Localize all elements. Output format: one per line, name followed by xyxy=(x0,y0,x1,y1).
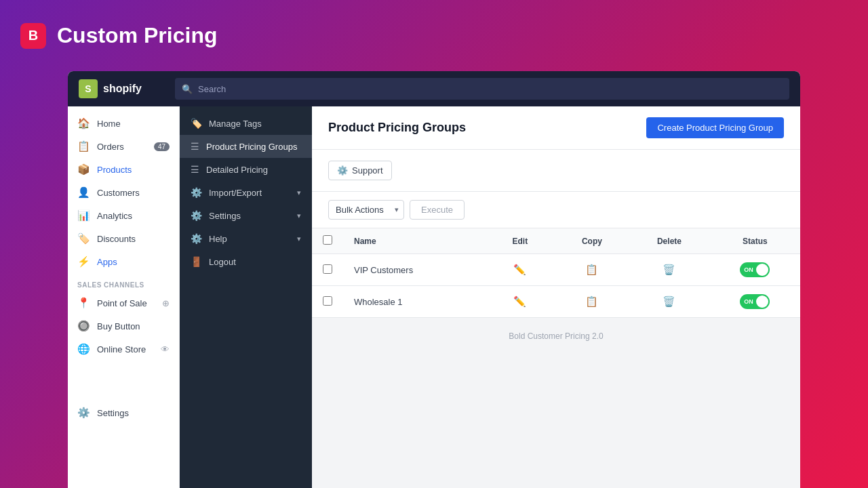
discounts-icon: 🏷️ xyxy=(77,232,90,245)
buy-button-icon: 🔘 xyxy=(77,320,90,332)
sidebar-item-pos[interactable]: 📍 Point of Sale ⊕ xyxy=(68,291,179,314)
dropdown-label-detailed-pricing: Detailed Pricing xyxy=(206,165,268,175)
dropdown-item-import-export[interactable]: ⚙️ Import/Export ▾ xyxy=(180,181,312,204)
sidebar-label-online-store: Online Store xyxy=(97,344,146,354)
settings-chevron: ▾ xyxy=(297,211,301,220)
toggle-knob-1 xyxy=(756,264,768,276)
sidebar-item-analytics[interactable]: 📊 Analytics xyxy=(68,204,179,227)
shopify-logo-icon: S xyxy=(79,79,98,98)
dropdown-menu: 🏷️ Manage Tags ☰ Product Pricing Groups … xyxy=(180,106,312,488)
main-container: S shopify 🔍 Search 🏠 Home 📋 Orders 47 📦 … xyxy=(68,71,800,488)
import-export-chevron: ▾ xyxy=(297,188,301,197)
select-all-checkbox[interactable] xyxy=(323,235,332,245)
dropdown-settings-icon: ⚙️ xyxy=(191,210,202,221)
shopify-bar: S shopify 🔍 Search xyxy=(68,71,800,106)
main-content: Product Pricing Groups Create Product Pr… xyxy=(312,106,800,488)
toggle-label-2: ON xyxy=(744,298,753,305)
copy-button-2[interactable]: 📋 xyxy=(583,293,601,310)
toggle-knob-2 xyxy=(756,296,768,308)
header-name: Name xyxy=(343,228,485,254)
dropdown-label-manage-tags: Manage Tags xyxy=(209,119,262,129)
products-icon: 📦 xyxy=(77,163,90,176)
logo-symbol: B xyxy=(28,28,38,43)
dropdown-item-help[interactable]: ⚙️ Help ▾ xyxy=(180,227,312,250)
orders-icon: 📋 xyxy=(77,140,90,152)
dropdown-item-product-pricing-groups[interactable]: ☰ Product Pricing Groups xyxy=(180,135,312,158)
bulk-actions-select[interactable]: Bulk Actions xyxy=(328,200,404,220)
search-placeholder: Search xyxy=(198,84,226,94)
table-row: VIP Customers ✏️ 📋 🗑️ xyxy=(312,254,800,286)
orders-badge: 47 xyxy=(154,142,170,151)
dropdown-item-detailed-pricing[interactable]: ☰ Detailed Pricing xyxy=(180,158,312,181)
online-store-icon: 🌐 xyxy=(77,343,90,355)
sidebar-item-products[interactable]: 📦 Products xyxy=(68,158,179,181)
row-checkbox-1[interactable] xyxy=(323,264,332,274)
row-edit-1: ✏️ xyxy=(485,254,555,286)
row-copy-2: 📋 xyxy=(555,286,629,318)
row-name-2: Wholesale 1 xyxy=(343,286,485,318)
sidebar-label-discounts: Discounts xyxy=(97,234,136,244)
sidebar: 🏠 Home 📋 Orders 47 📦 Products 👤 Customer… xyxy=(68,106,180,488)
sidebar-label-products: Products xyxy=(97,165,132,175)
row-delete-1: 🗑️ xyxy=(629,254,709,286)
status-toggle-1[interactable]: ON xyxy=(740,262,770,277)
edit-button-1[interactable]: ✏️ xyxy=(511,261,529,279)
sidebar-item-orders[interactable]: 📋 Orders 47 xyxy=(68,135,179,158)
table-header-row: Name Edit Copy Delete xyxy=(312,228,800,254)
toggle-label-1: ON xyxy=(744,266,753,273)
apps-icon: ⚡ xyxy=(77,256,90,268)
footer-text: Bold Customer Pricing 2.0 xyxy=(312,318,800,354)
row-name-1: VIP Customers xyxy=(343,254,485,286)
dropdown-item-settings[interactable]: ⚙️ Settings ▾ xyxy=(180,204,312,227)
dropdown-label-ppg: Product Pricing Groups xyxy=(206,142,297,152)
ppg-icon: ☰ xyxy=(191,141,199,152)
dropdown-item-logout[interactable]: 🚪 Logout xyxy=(180,250,312,273)
shopify-logo: S shopify xyxy=(79,79,167,98)
table-row: Wholesale 1 ✏️ 📋 🗑️ xyxy=(312,286,800,318)
copy-button-1[interactable]: 📋 xyxy=(583,261,601,279)
support-button[interactable]: ⚙️ Support xyxy=(328,161,392,180)
search-bar[interactable]: 🔍 Search xyxy=(175,78,789,100)
status-toggle-2[interactable]: ON xyxy=(740,294,770,309)
panel-title: Product Pricing Groups xyxy=(328,121,466,135)
sidebar-label-analytics: Analytics xyxy=(97,211,132,221)
sidebar-item-apps[interactable]: ⚡ Apps xyxy=(68,250,179,273)
sidebar-label-home: Home xyxy=(97,119,121,129)
customers-icon: 👤 xyxy=(77,186,90,199)
sidebar-label-apps: Apps xyxy=(97,257,117,267)
dropdown-label-settings: Settings xyxy=(209,211,241,221)
settings-icon: ⚙️ xyxy=(77,407,90,419)
dropdown-item-manage-tags[interactable]: 🏷️ Manage Tags xyxy=(180,112,312,135)
header-checkbox-cell xyxy=(312,228,343,254)
row-delete-2: 🗑️ xyxy=(629,286,709,318)
sidebar-item-online-store[interactable]: 🌐 Online Store 👁 xyxy=(68,338,179,361)
row-edit-2: ✏️ xyxy=(485,286,555,318)
sidebar-item-home[interactable]: 🏠 Home xyxy=(68,112,179,135)
sidebar-item-buy-button[interactable]: 🔘 Buy Button xyxy=(68,314,179,338)
app-logo-icon: B xyxy=(20,23,46,49)
delete-button-2[interactable]: 🗑️ xyxy=(660,293,678,310)
row-checkbox-2[interactable] xyxy=(323,296,332,306)
header-edit: Edit xyxy=(485,228,555,254)
manage-tags-icon: 🏷️ xyxy=(191,118,202,129)
header-status: Status xyxy=(710,228,800,254)
content-panel: Product Pricing Groups Create Product Pr… xyxy=(312,106,800,318)
header-delete: Delete xyxy=(629,228,709,254)
sidebar-item-customers[interactable]: 👤 Customers xyxy=(68,181,179,204)
row-status-1: ON xyxy=(710,254,800,286)
bulk-actions-select-wrap[interactable]: Bulk Actions xyxy=(328,200,404,220)
row-copy-1: 📋 xyxy=(555,254,629,286)
delete-button-1[interactable]: 🗑️ xyxy=(660,261,678,279)
execute-button[interactable]: Execute xyxy=(410,200,465,220)
edit-button-2[interactable]: ✏️ xyxy=(511,293,529,310)
sidebar-item-settings[interactable]: ⚙️ Settings xyxy=(68,401,179,424)
sidebar-label-settings: Settings xyxy=(97,408,129,418)
pricing-table: Name Edit Copy Delete xyxy=(312,228,800,318)
help-icon: ⚙️ xyxy=(191,233,202,244)
sales-channels-label: SALES CHANNELS xyxy=(68,273,179,291)
help-chevron: ▾ xyxy=(297,235,301,243)
bulk-actions-row: Bulk Actions Execute xyxy=(312,192,800,228)
sidebar-item-discounts[interactable]: 🏷️ Discounts xyxy=(68,227,179,250)
support-label: Support xyxy=(352,165,383,176)
create-product-pricing-group-button[interactable]: Create Product Pricing Group xyxy=(646,117,784,138)
